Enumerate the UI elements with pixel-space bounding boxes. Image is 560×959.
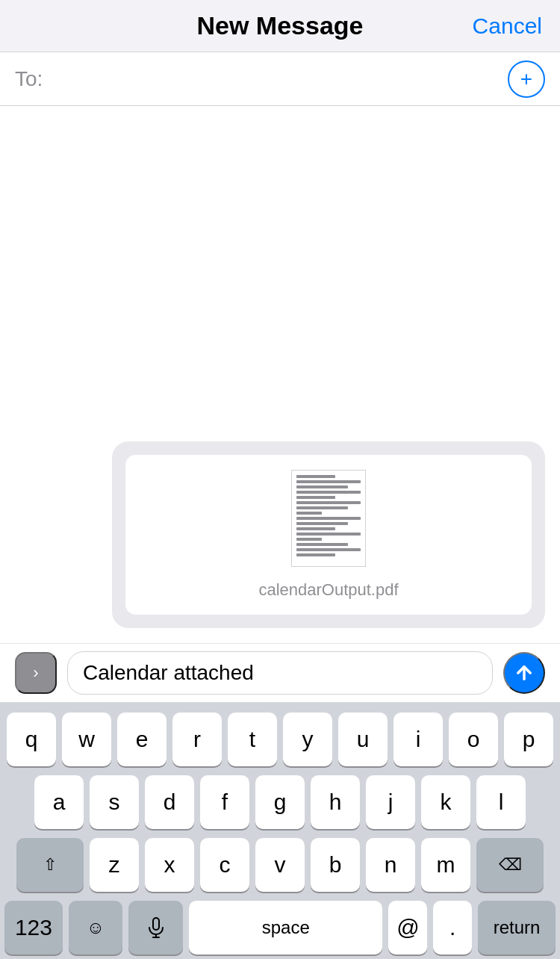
dot-key[interactable]: . (433, 901, 472, 955)
key-j[interactable]: j (366, 775, 415, 829)
key-y[interactable]: y (283, 713, 332, 766)
keyboard-row-3: ⇧ z x c v b n m ⌫ (4, 838, 556, 892)
input-row: › (0, 643, 560, 702)
key-c[interactable]: c (200, 838, 249, 892)
backspace-key[interactable]: ⌫ (476, 838, 544, 892)
key-o[interactable]: o (449, 713, 498, 766)
header: New Message Cancel (0, 0, 560, 52)
expand-button[interactable]: › (15, 652, 57, 694)
key-k[interactable]: k (421, 775, 470, 829)
pdf-line (296, 475, 335, 478)
space-key[interactable]: space (189, 901, 382, 955)
keyboard-row-1: q w e r t y u i o p (4, 713, 556, 766)
pdf-line (296, 527, 335, 530)
message-container: calendarOutput.pdf (0, 441, 560, 643)
key-p[interactable]: p (504, 713, 553, 766)
key-f[interactable]: f (200, 775, 249, 829)
pdf-line (296, 533, 361, 536)
pdf-line (296, 501, 361, 504)
pdf-line (296, 491, 361, 494)
send-arrow-icon (514, 662, 535, 683)
pdf-line (296, 517, 361, 520)
keyboard-row-4: 123 ☺ space @ . return (4, 901, 556, 955)
add-recipient-button[interactable]: + (508, 60, 545, 98)
pdf-line (296, 522, 348, 525)
pdf-line (296, 506, 348, 509)
key-q[interactable]: q (7, 713, 56, 766)
pdf-line (296, 548, 361, 551)
key-b[interactable]: b (311, 838, 360, 892)
plus-icon: + (520, 67, 532, 91)
key-h[interactable]: h (311, 775, 360, 829)
key-v[interactable]: v (255, 838, 305, 892)
key-w[interactable]: w (62, 713, 111, 766)
to-input[interactable] (50, 67, 508, 91)
mic-key[interactable] (128, 901, 183, 955)
pdf-line (296, 485, 348, 488)
page-title: New Message (197, 11, 364, 40)
cancel-button[interactable]: Cancel (473, 13, 542, 39)
keyboard: q w e r t y u i o p a s d f g h j k l ⇧ … (0, 702, 560, 959)
key-i[interactable]: i (393, 713, 443, 766)
pdf-line (296, 480, 361, 483)
attachment-filename: calendarOutput.pdf (258, 580, 398, 600)
emoji-key[interactable]: ☺ (69, 901, 123, 955)
key-n[interactable]: n (366, 838, 415, 892)
return-key[interactable]: return (478, 901, 556, 955)
message-bubble: calendarOutput.pdf (112, 441, 545, 628)
key-m[interactable]: m (421, 838, 470, 892)
at-key[interactable]: @ (388, 901, 427, 955)
key-s[interactable]: s (90, 775, 139, 829)
pdf-line (296, 538, 322, 541)
key-l[interactable]: l (476, 775, 526, 829)
keyboard-row-2: a s d f g h j k l (4, 775, 556, 829)
to-row: To: + (0, 52, 560, 106)
send-button[interactable] (503, 652, 545, 694)
key-g[interactable]: g (255, 775, 305, 829)
key-z[interactable]: z (90, 838, 139, 892)
key-r[interactable]: r (172, 713, 222, 766)
to-label: To: (15, 67, 43, 91)
pdf-line (296, 553, 335, 556)
svg-rect-1 (153, 918, 159, 930)
pdf-line (296, 512, 322, 515)
key-a[interactable]: a (34, 775, 84, 829)
pdf-line (296, 543, 348, 546)
key-d[interactable]: d (145, 775, 194, 829)
key-x[interactable]: x (145, 838, 194, 892)
chevron-right-icon: › (33, 663, 38, 683)
message-body-area (0, 106, 560, 441)
message-input[interactable] (67, 651, 493, 695)
pdf-line (296, 496, 335, 499)
shift-key[interactable]: ⇧ (16, 838, 84, 892)
key-t[interactable]: t (228, 713, 277, 766)
pdf-thumbnail (291, 470, 366, 567)
numbers-key[interactable]: 123 (4, 901, 63, 955)
attachment-preview: calendarOutput.pdf (125, 455, 532, 615)
mic-icon (148, 917, 164, 938)
key-e[interactable]: e (117, 713, 167, 766)
key-u[interactable]: u (338, 713, 388, 766)
